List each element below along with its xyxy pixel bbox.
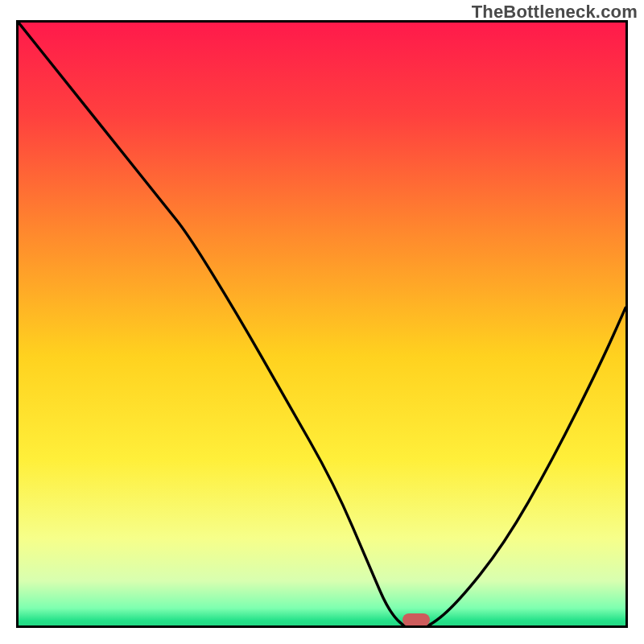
bottleneck-curve — [19, 23, 625, 628]
chart-container: TheBottleneck.com — [0, 0, 644, 644]
watermark-text: TheBottleneck.com — [472, 2, 638, 23]
plot-area — [16, 20, 628, 628]
optimum-marker — [402, 613, 430, 626]
